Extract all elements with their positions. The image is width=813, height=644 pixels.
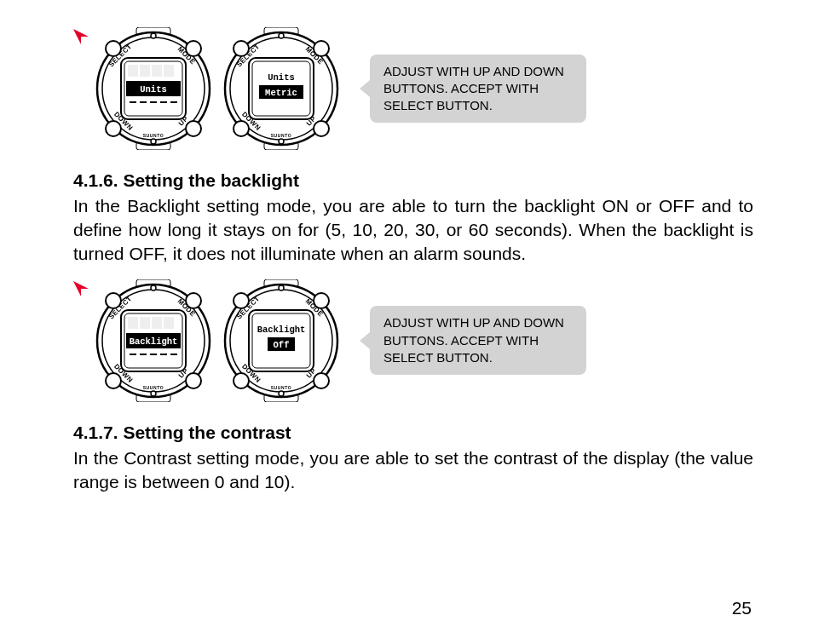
svg-text:Units: Units bbox=[268, 72, 295, 83]
watch-units-1: SELECT MODE DOWN UP Units SUUNTO bbox=[92, 27, 215, 150]
svg-marker-53 bbox=[73, 281, 89, 296]
callout-text: ADJUST WITH UP AND DOWN BUTTONS. ACCEPT … bbox=[383, 315, 564, 365]
svg-rect-21 bbox=[128, 65, 138, 77]
svg-point-9 bbox=[151, 33, 156, 38]
svg-rect-73 bbox=[164, 317, 174, 329]
svg-point-14 bbox=[186, 121, 201, 136]
svg-text:SUUNTO: SUUNTO bbox=[271, 133, 292, 138]
callout-text: ADJUST WITH UP AND DOWN BUTTONS. ACCEPT … bbox=[383, 64, 564, 113]
svg-point-91 bbox=[314, 373, 329, 388]
svg-point-37 bbox=[279, 33, 284, 38]
svg-text:Units: Units bbox=[140, 84, 167, 95]
units-watches: SELECT MODE DOWN UP Units SUUNTO bbox=[92, 27, 343, 150]
svg-point-41 bbox=[234, 121, 249, 136]
red-arrow-icon bbox=[73, 281, 89, 296]
svg-rect-72 bbox=[152, 317, 162, 329]
watch-units-2: SELECT MODE DOWN UP Units Metric SUUNTO bbox=[220, 27, 343, 150]
svg-text:SUUNTO: SUUNTO bbox=[143, 385, 164, 390]
manual-page: SELECT MODE DOWN UP Units SUUNTO bbox=[0, 0, 813, 644]
svg-point-90 bbox=[234, 373, 249, 388]
watch-backlight-1: SELECT MODE DOWN UP Backlight SUUNTO bbox=[92, 279, 215, 402]
page-number: 25 bbox=[732, 598, 752, 618]
svg-rect-70 bbox=[128, 317, 138, 329]
body-4-1-6: In the Backlight setting mode, you are a… bbox=[73, 194, 753, 266]
svg-point-86 bbox=[279, 285, 284, 290]
svg-rect-24 bbox=[164, 65, 174, 77]
svg-point-38 bbox=[279, 139, 284, 144]
callout-units: ADJUST WITH UP AND DOWN BUTTONS. ACCEPT … bbox=[370, 55, 586, 124]
svg-point-13 bbox=[106, 121, 121, 136]
svg-point-63 bbox=[186, 373, 201, 388]
svg-text:Backlight: Backlight bbox=[130, 336, 178, 347]
red-arrow-icon bbox=[73, 29, 89, 44]
svg-text:Metric: Metric bbox=[265, 88, 297, 98]
svg-text:SUUNTO: SUUNTO bbox=[143, 133, 164, 138]
svg-point-58 bbox=[151, 285, 156, 290]
svg-point-42 bbox=[314, 121, 329, 136]
svg-rect-22 bbox=[140, 65, 150, 77]
watch-backlight-2: SELECT MODE DOWN UP Backlight Off SUUNTO bbox=[220, 279, 343, 402]
heading-4-1-7: 4.1.7. Setting the contrast bbox=[73, 423, 753, 443]
figure-units: SELECT MODE DOWN UP Units SUUNTO bbox=[73, 27, 753, 150]
svg-text:SUUNTO: SUUNTO bbox=[271, 385, 292, 390]
svg-text:Backlight: Backlight bbox=[257, 325, 306, 335]
backlight-watches: SELECT MODE DOWN UP Backlight SUUNTO bbox=[92, 279, 343, 402]
svg-point-87 bbox=[279, 391, 284, 396]
svg-rect-23 bbox=[152, 65, 162, 77]
figure-backlight: SELECT MODE DOWN UP Backlight SUUNTO bbox=[73, 279, 753, 402]
heading-4-1-6: 4.1.6. Setting the backlight bbox=[73, 170, 753, 191]
body-4-1-7: In the Contrast setting mode, you are ab… bbox=[73, 446, 753, 494]
callout-backlight: ADJUST WITH UP AND DOWN BUTTONS. ACCEPT … bbox=[370, 306, 586, 375]
svg-rect-71 bbox=[140, 317, 150, 329]
svg-point-10 bbox=[151, 139, 156, 144]
svg-point-62 bbox=[106, 373, 121, 388]
svg-text:Off: Off bbox=[274, 340, 290, 350]
svg-point-59 bbox=[151, 391, 156, 396]
